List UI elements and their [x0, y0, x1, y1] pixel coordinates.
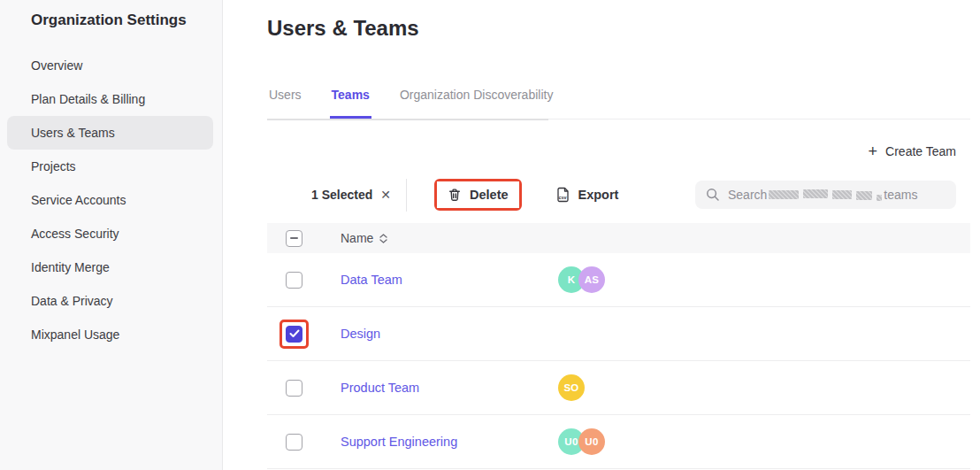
export-label: Export — [578, 188, 619, 202]
check-icon — [289, 329, 300, 338]
table-header: Name — [267, 223, 970, 253]
name-column-header[interactable]: Name — [341, 231, 387, 245]
avatar-group: U0 U0 — [558, 428, 605, 455]
tab-users[interactable]: Users — [267, 82, 303, 119]
team-name-link[interactable]: Data Team — [341, 273, 402, 287]
indeterminate-dash-icon — [290, 237, 298, 239]
bulk-actions-toolbar: 1 Selected ✕ Delete — [267, 177, 956, 212]
sidebar-item-identity-merge[interactable]: Identity Merge — [0, 250, 222, 284]
delete-annotation-box: Delete — [434, 179, 522, 211]
trash-icon — [448, 188, 462, 202]
avatar: AS — [578, 266, 605, 293]
avatar-group: K AS — [558, 266, 605, 293]
table-row: Support Engineering U0 U0 — [267, 415, 970, 469]
team-name-link[interactable]: Product Team — [341, 381, 419, 395]
table-row: Data Team K AS — [267, 253, 970, 307]
sidebar-item-overview[interactable]: Overview — [0, 49, 222, 82]
avatar: U0 — [578, 428, 605, 455]
team-name-link[interactable]: Support Engineering — [341, 435, 457, 449]
create-team-button[interactable]: + Create Team — [869, 144, 956, 158]
create-team-label: Create Team — [885, 144, 956, 158]
row-checkbox[interactable] — [286, 272, 302, 289]
avatar: SO — [558, 374, 585, 401]
checkbox-annotation-box — [279, 428, 309, 457]
export-button[interactable]: csv Export — [546, 181, 630, 209]
main-content: Users & Teams Users Teams Organization D… — [223, 0, 980, 470]
sidebar-nav: Overview Plan Details & Billing Users & … — [0, 49, 222, 351]
sidebar-title: Organization Settings — [0, 0, 222, 29]
organization-settings-screen: Organization Settings Overview Plan Deta… — [0, 0, 980, 470]
tab-organization-discoverability[interactable]: Organization Discoverability — [398, 82, 555, 119]
delete-button[interactable]: Delete — [437, 181, 519, 208]
sidebar-item-service-accounts[interactable]: Service Accounts — [0, 183, 222, 217]
tabstrip-border — [267, 119, 548, 120]
sidebar-item-data-privacy[interactable]: Data & Privacy — [0, 284, 222, 318]
sidebar-item-mixpanel-usage[interactable]: Mixpanel Usage — [0, 318, 222, 351]
svg-text:csv: csv — [558, 195, 566, 200]
row-checkbox[interactable] — [286, 380, 302, 397]
checkbox-annotation-box — [279, 374, 309, 403]
search-icon — [706, 188, 720, 202]
checkbox-annotation-box — [279, 266, 309, 295]
delete-label: Delete — [470, 188, 509, 202]
team-name-link[interactable]: Design — [341, 327, 380, 341]
tab-teams[interactable]: Teams — [330, 82, 371, 119]
table-row: Design — [267, 307, 970, 361]
csv-file-icon: csv — [556, 187, 570, 203]
sidebar: Organization Settings Overview Plan Deta… — [0, 0, 223, 470]
selection-count: 1 Selected — [311, 188, 372, 202]
teams-table: Name Data Team — [267, 223, 970, 469]
page-title: Users & Teams — [267, 16, 419, 41]
row-checkbox[interactable] — [286, 434, 302, 451]
plus-icon: + — [869, 145, 878, 158]
tab-bar: Users Teams Organization Discoverability — [267, 82, 970, 119]
sidebar-item-plan-details-billing[interactable]: Plan Details & Billing — [0, 82, 222, 116]
sidebar-item-projects[interactable]: Projects — [0, 150, 222, 183]
search-placeholder: Searchteams — [728, 188, 917, 202]
sidebar-item-users-teams[interactable]: Users & Teams — [7, 116, 213, 150]
avatar-group: SO — [558, 374, 585, 401]
checkbox-annotation-box — [279, 320, 309, 349]
clear-selection-button[interactable]: ✕ — [380, 188, 391, 202]
redacted-text — [769, 190, 882, 199]
row-checkbox[interactable] — [286, 326, 302, 343]
search-input[interactable]: Searchteams — [695, 181, 956, 209]
table-row: Product Team SO — [267, 361, 970, 415]
sidebar-item-access-security[interactable]: Access Security — [0, 217, 222, 250]
sort-icon — [379, 234, 387, 243]
toolbar-divider — [406, 179, 407, 212]
select-all-checkbox[interactable] — [286, 230, 302, 247]
